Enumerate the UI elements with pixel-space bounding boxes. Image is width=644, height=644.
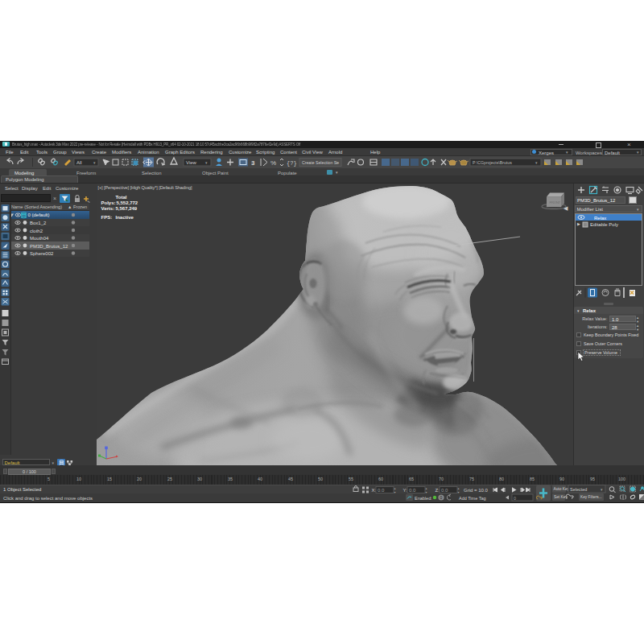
svg-text:Z:: Z: (436, 488, 440, 493)
svg-text:Auto Key: Auto Key (554, 487, 570, 491)
svg-text:cloth2: cloth2 (30, 229, 43, 233)
svg-text:0: 0 (440, 495, 443, 500)
svg-text:Enabled:: Enabled: (415, 496, 432, 501)
svg-text:0 (default): 0 (default) (28, 213, 50, 217)
svg-text:View: View (186, 160, 197, 165)
svg-text:0.0: 0.0 (441, 488, 448, 493)
svg-text:0: 0 (514, 496, 516, 501)
svg-text:0.0: 0.0 (378, 488, 385, 493)
svg-text:3: 3 (251, 159, 255, 167)
svg-text:Selected: Selected (570, 487, 587, 492)
svg-text:{?}: {?} (287, 160, 297, 167)
svg-text:0.0: 0.0 (409, 488, 416, 493)
svg-text:Create Selection Se: Create Selection Se (302, 160, 339, 165)
svg-text:Mouth04: Mouth04 (30, 236, 49, 241)
svg-text:Key Filters...: Key Filters... (580, 495, 602, 499)
svg-text:▾: ▾ (394, 490, 396, 494)
svg-text:Add Time Tag: Add Time Tag (459, 496, 486, 501)
svg-text:Sphere002: Sphere002 (30, 251, 54, 256)
svg-text:Y:: Y: (403, 488, 408, 493)
svg-text:%: % (270, 159, 276, 167)
svg-text:P:\CGprojects\Brutus: P:\CGprojects\Brutus (473, 160, 512, 165)
svg-text:FRONT: FRONT (549, 200, 560, 204)
svg-text:Grid = 10.0: Grid = 10.0 (464, 488, 489, 493)
svg-text:PM3D_Brutus_12: PM3D_Brutus_12 (30, 244, 68, 249)
svg-text:Box1_2: Box1_2 (30, 221, 47, 225)
svg-text:All: All (76, 160, 82, 165)
